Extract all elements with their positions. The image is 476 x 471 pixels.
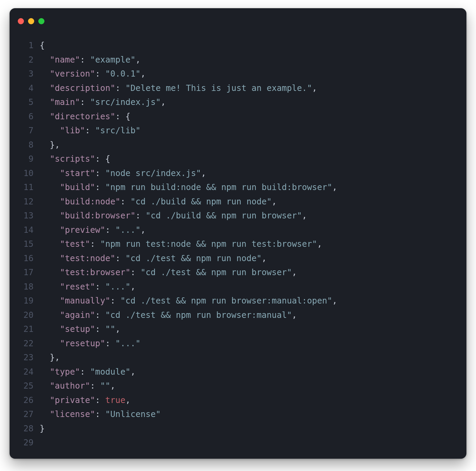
line-number: 8 <box>10 138 40 152</box>
code-line[interactable]: 12 "build:node": "cd ./build && npm run … <box>10 194 460 209</box>
code-line[interactable]: 21 "setup": "", <box>10 322 460 336</box>
code-line[interactable]: 5 "main": "src/index.js", <box>10 95 460 109</box>
code-line[interactable]: 13 "build:browser": "cd ./build && npm r… <box>10 208 460 223</box>
token-p <box>40 97 50 107</box>
code-content[interactable]: "directories": { <box>40 109 460 124</box>
code-line[interactable]: 22 "resetup": "..." <box>10 336 460 351</box>
token-key: "private" <box>50 395 95 405</box>
code-content[interactable]: "build": "npm run build:node && npm run … <box>40 180 460 194</box>
code-editor[interactable]: 1{2 "name": "example",3 "version": "0.0.… <box>10 28 466 459</box>
token-key: "start" <box>60 168 95 178</box>
token-p: : <box>95 324 105 334</box>
code-content[interactable] <box>40 435 460 450</box>
token-p <box>40 197 60 206</box>
minimize-icon[interactable] <box>28 18 34 24</box>
code-content[interactable]: "private": true, <box>40 393 460 407</box>
code-content[interactable]: "resetup": "..." <box>40 336 460 351</box>
code-line[interactable]: 15 "test": "npm run test:node && npm run… <box>10 237 460 251</box>
line-number: 4 <box>10 81 40 95</box>
token-key: "lib" <box>60 125 85 135</box>
token-p <box>40 154 50 164</box>
token-p: : { <box>95 154 110 164</box>
code-content[interactable]: "main": "src/index.js", <box>40 95 460 109</box>
token-key: "build" <box>60 182 95 192</box>
code-line[interactable]: 1{ <box>10 38 460 53</box>
code-line[interactable]: 17 "test:browser": "cd ./test && npm run… <box>10 265 460 280</box>
code-content[interactable]: "test": "npm run test:node && npm run te… <box>40 237 460 251</box>
code-line[interactable]: 3 "version": "0.0.1", <box>10 67 460 81</box>
code-line[interactable]: 10 "start": "node src/index.js", <box>10 166 460 180</box>
zoom-icon[interactable] <box>38 18 44 24</box>
code-line[interactable]: 7 "lib": "src/lib" <box>10 123 460 138</box>
code-content[interactable]: "test:browser": "cd ./test && npm run br… <box>40 265 460 280</box>
line-number: 18 <box>10 280 40 294</box>
token-str: "..." <box>105 282 131 292</box>
code-line[interactable]: 11 "build": "npm run build:node && npm r… <box>10 180 460 194</box>
code-line[interactable]: 16 "test:node": "cd ./test && npm run no… <box>10 251 460 266</box>
code-line[interactable]: 23 }, <box>10 350 460 365</box>
line-number: 15 <box>10 237 40 251</box>
token-p <box>40 168 60 178</box>
token-p: : { <box>115 111 130 121</box>
code-line[interactable]: 9 "scripts": { <box>10 152 460 166</box>
code-content[interactable]: "license": "Unlicense" <box>40 407 460 421</box>
line-number: 19 <box>10 294 40 308</box>
code-line[interactable]: 25 "author": "", <box>10 379 460 393</box>
code-content[interactable]: "name": "example", <box>40 53 460 67</box>
token-p <box>40 282 60 292</box>
token-key: "name" <box>50 55 80 65</box>
close-icon[interactable] <box>18 18 24 24</box>
token-key: "type" <box>50 367 80 377</box>
code-line[interactable]: 19 "manually": "cd ./test && npm run bro… <box>10 294 460 308</box>
token-str: "cd ./build && npm run node" <box>131 197 272 206</box>
token-p: , <box>131 282 136 292</box>
code-line[interactable]: 8 }, <box>10 138 460 152</box>
code-line[interactable]: 4 "description": "Delete me! This is jus… <box>10 81 460 95</box>
code-content[interactable]: }, <box>40 350 460 365</box>
code-content[interactable]: } <box>40 421 460 436</box>
code-line[interactable]: 20 "again": "cd ./test && npm run browse… <box>10 308 460 322</box>
code-content[interactable]: "setup": "", <box>40 322 460 336</box>
line-number: 27 <box>10 407 40 421</box>
code-line[interactable]: 14 "preview": "...", <box>10 223 460 237</box>
token-p: : <box>85 125 95 135</box>
token-p: , <box>292 267 297 277</box>
code-line[interactable]: 2 "name": "example", <box>10 53 460 67</box>
code-content[interactable]: "build:node": "cd ./build && npm run nod… <box>40 194 460 209</box>
code-content[interactable]: { <box>40 38 460 53</box>
token-p <box>40 211 60 220</box>
code-line[interactable]: 6 "directories": { <box>10 109 460 124</box>
token-p <box>40 267 60 277</box>
token-p <box>40 338 60 348</box>
code-content[interactable]: "start": "node src/index.js", <box>40 166 460 180</box>
code-content[interactable]: "build:browser": "cd ./build && npm run … <box>40 208 460 223</box>
code-content[interactable]: "test:node": "cd ./test && npm run node"… <box>40 251 460 266</box>
code-line[interactable]: 18 "reset": "...", <box>10 280 460 294</box>
code-content[interactable]: "author": "", <box>40 379 460 393</box>
code-content[interactable]: "preview": "...", <box>40 223 460 237</box>
code-content[interactable]: "type": "module", <box>40 365 460 379</box>
code-line[interactable]: 28} <box>10 421 460 436</box>
code-line[interactable]: 24 "type": "module", <box>10 365 460 379</box>
token-p: , <box>135 55 141 65</box>
code-content[interactable]: }, <box>40 138 460 152</box>
code-content[interactable]: "scripts": { <box>40 152 460 166</box>
token-p: : <box>131 267 141 277</box>
token-str: "Delete me! This is just an example." <box>125 83 312 93</box>
code-line[interactable]: 26 "private": true, <box>10 393 460 407</box>
code-line[interactable]: 27 "license": "Unlicense" <box>10 407 460 421</box>
token-kw: true <box>105 395 125 405</box>
token-p: , <box>161 97 166 107</box>
code-content[interactable]: "manually": "cd ./test && npm run browse… <box>40 294 460 308</box>
code-content[interactable]: "lib": "src/lib" <box>40 123 460 138</box>
code-content[interactable]: "again": "cd ./test && npm run browser:m… <box>40 308 460 322</box>
code-content[interactable]: "reset": "...", <box>40 280 460 294</box>
token-p: , <box>141 69 146 79</box>
token-p <box>40 381 50 391</box>
code-line[interactable]: 29 <box>10 435 460 450</box>
token-key: "test" <box>60 239 90 249</box>
code-content[interactable]: "version": "0.0.1", <box>40 67 460 81</box>
token-p: : <box>135 211 146 220</box>
code-content[interactable]: "description": "Delete me! This is just … <box>40 81 460 95</box>
token-key: "build:node" <box>60 197 120 206</box>
